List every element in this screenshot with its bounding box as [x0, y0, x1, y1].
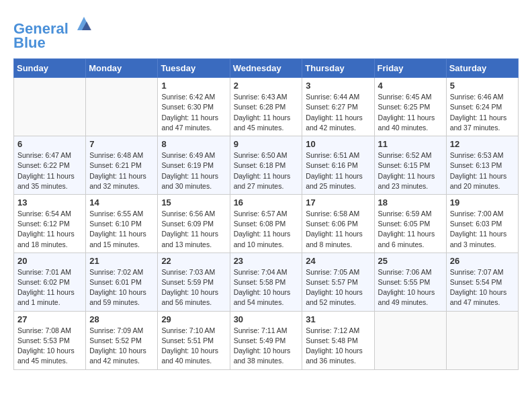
weekday-header: Friday	[374, 59, 446, 78]
weekday-header: Thursday	[302, 59, 374, 78]
calendar-header-row: SundayMondayTuesdayWednesdayThursdayFrid…	[14, 59, 519, 78]
day-number: 7	[89, 139, 154, 149]
day-info: Sunrise: 7:07 AM Sunset: 5:54 PM Dayligh…	[450, 267, 515, 308]
calendar-cell: 28Sunrise: 7:09 AM Sunset: 5:52 PM Dayli…	[86, 311, 158, 369]
day-number: 4	[378, 81, 443, 91]
logo: General Blue	[13, 13, 94, 52]
calendar-cell: 20Sunrise: 7:01 AM Sunset: 6:02 PM Dayli…	[14, 253, 86, 311]
calendar-cell: 26Sunrise: 7:07 AM Sunset: 5:54 PM Dayli…	[446, 253, 518, 311]
day-info: Sunrise: 7:10 AM Sunset: 5:51 PM Dayligh…	[161, 326, 226, 367]
day-info: Sunrise: 7:01 AM Sunset: 6:02 PM Dayligh…	[17, 267, 82, 308]
day-number: 5	[450, 81, 515, 91]
calendar-cell: 31Sunrise: 7:12 AM Sunset: 5:48 PM Dayli…	[302, 311, 374, 369]
day-number: 17	[306, 197, 370, 208]
day-info: Sunrise: 7:02 AM Sunset: 6:01 PM Dayligh…	[89, 267, 154, 308]
calendar-cell: 1Sunrise: 6:42 AM Sunset: 6:30 PM Daylig…	[158, 78, 230, 136]
calendar-cell: 17Sunrise: 6:58 AM Sunset: 6:06 PM Dayli…	[302, 194, 374, 253]
day-number: 24	[306, 256, 370, 266]
day-info: Sunrise: 7:11 AM Sunset: 5:49 PM Dayligh…	[234, 326, 299, 367]
calendar-cell: 8Sunrise: 6:49 AM Sunset: 6:19 PM Daylig…	[158, 136, 230, 195]
calendar-cell: 5Sunrise: 6:46 AM Sunset: 6:24 PM Daylig…	[446, 78, 518, 136]
weekday-header: Sunday	[14, 59, 86, 78]
day-info: Sunrise: 6:45 AM Sunset: 6:25 PM Dayligh…	[378, 92, 443, 133]
calendar-week-row: 27Sunrise: 7:08 AM Sunset: 5:53 PM Dayli…	[14, 311, 519, 369]
calendar-cell: 16Sunrise: 6:57 AM Sunset: 6:08 PM Dayli…	[230, 194, 302, 253]
day-info: Sunrise: 7:04 AM Sunset: 5:58 PM Dayligh…	[234, 267, 299, 308]
day-info: Sunrise: 6:46 AM Sunset: 6:24 PM Dayligh…	[450, 92, 515, 133]
calendar-cell: 19Sunrise: 7:00 AM Sunset: 6:03 PM Dayli…	[446, 194, 518, 253]
calendar-cell: 10Sunrise: 6:51 AM Sunset: 6:16 PM Dayli…	[302, 136, 374, 195]
day-number: 9	[234, 139, 299, 149]
day-number: 20	[17, 256, 82, 266]
day-number: 19	[450, 197, 515, 208]
logo-icon	[74, 13, 94, 34]
calendar-table: SundayMondayTuesdayWednesdayThursdayFrid…	[13, 58, 519, 369]
day-number: 31	[306, 314, 370, 324]
day-number: 23	[234, 256, 299, 266]
day-info: Sunrise: 6:47 AM Sunset: 6:22 PM Dayligh…	[17, 150, 82, 191]
calendar-week-row: 20Sunrise: 7:01 AM Sunset: 6:02 PM Dayli…	[14, 253, 519, 311]
calendar-cell: 13Sunrise: 6:54 AM Sunset: 6:12 PM Dayli…	[14, 194, 86, 253]
calendar-cell: 29Sunrise: 7:10 AM Sunset: 5:51 PM Dayli…	[158, 311, 230, 369]
calendar-cell: 4Sunrise: 6:45 AM Sunset: 6:25 PM Daylig…	[374, 78, 446, 136]
day-info: Sunrise: 7:03 AM Sunset: 5:59 PM Dayligh…	[161, 267, 226, 308]
day-number: 11	[378, 139, 443, 149]
calendar-cell: 2Sunrise: 6:43 AM Sunset: 6:28 PM Daylig…	[230, 78, 302, 136]
day-info: Sunrise: 7:00 AM Sunset: 6:03 PM Dayligh…	[450, 209, 515, 250]
calendar-cell: 7Sunrise: 6:48 AM Sunset: 6:21 PM Daylig…	[86, 136, 158, 195]
day-info: Sunrise: 7:08 AM Sunset: 5:53 PM Dayligh…	[17, 326, 82, 367]
day-info: Sunrise: 6:56 AM Sunset: 6:09 PM Dayligh…	[161, 209, 226, 250]
calendar-cell: 23Sunrise: 7:04 AM Sunset: 5:58 PM Dayli…	[230, 253, 302, 311]
day-info: Sunrise: 6:50 AM Sunset: 6:18 PM Dayligh…	[234, 150, 299, 191]
day-number: 29	[161, 314, 226, 324]
day-info: Sunrise: 6:44 AM Sunset: 6:27 PM Dayligh…	[306, 92, 370, 133]
day-info: Sunrise: 7:06 AM Sunset: 5:55 PM Dayligh…	[378, 267, 443, 308]
calendar-cell	[14, 78, 86, 136]
day-info: Sunrise: 7:12 AM Sunset: 5:48 PM Dayligh…	[306, 326, 370, 367]
day-number: 2	[234, 81, 299, 91]
day-number: 28	[89, 314, 154, 324]
calendar-cell: 22Sunrise: 7:03 AM Sunset: 5:59 PM Dayli…	[158, 253, 230, 311]
calendar-cell: 18Sunrise: 6:59 AM Sunset: 6:05 PM Dayli…	[374, 194, 446, 253]
day-info: Sunrise: 6:51 AM Sunset: 6:16 PM Dayligh…	[306, 150, 370, 191]
calendar-cell	[446, 311, 518, 369]
day-number: 14	[89, 197, 154, 208]
day-number: 22	[161, 256, 226, 266]
calendar-cell: 3Sunrise: 6:44 AM Sunset: 6:27 PM Daylig…	[302, 78, 374, 136]
day-number: 8	[161, 139, 226, 149]
header: General Blue	[13, 13, 519, 52]
day-number: 15	[161, 197, 226, 208]
day-number: 1	[161, 81, 226, 91]
calendar-cell: 9Sunrise: 6:50 AM Sunset: 6:18 PM Daylig…	[230, 136, 302, 195]
calendar-cell: 15Sunrise: 6:56 AM Sunset: 6:09 PM Dayli…	[158, 194, 230, 253]
day-info: Sunrise: 6:42 AM Sunset: 6:30 PM Dayligh…	[161, 92, 226, 133]
day-number: 16	[234, 197, 299, 208]
calendar-cell: 25Sunrise: 7:06 AM Sunset: 5:55 PM Dayli…	[374, 253, 446, 311]
day-info: Sunrise: 6:59 AM Sunset: 6:05 PM Dayligh…	[378, 209, 443, 250]
day-info: Sunrise: 6:54 AM Sunset: 6:12 PM Dayligh…	[17, 209, 82, 250]
weekday-header: Wednesday	[230, 59, 302, 78]
day-number: 25	[378, 256, 443, 266]
day-info: Sunrise: 6:53 AM Sunset: 6:13 PM Dayligh…	[450, 150, 515, 191]
day-number: 3	[306, 81, 370, 91]
day-info: Sunrise: 6:48 AM Sunset: 6:21 PM Dayligh…	[89, 150, 154, 191]
weekday-header: Tuesday	[158, 59, 230, 78]
day-number: 10	[306, 139, 370, 149]
calendar-cell	[86, 78, 158, 136]
day-info: Sunrise: 6:52 AM Sunset: 6:15 PM Dayligh…	[378, 150, 443, 191]
day-info: Sunrise: 6:55 AM Sunset: 6:10 PM Dayligh…	[89, 209, 154, 250]
calendar-cell	[374, 311, 446, 369]
calendar-cell: 12Sunrise: 6:53 AM Sunset: 6:13 PM Dayli…	[446, 136, 518, 195]
day-number: 21	[89, 256, 154, 266]
day-info: Sunrise: 7:09 AM Sunset: 5:52 PM Dayligh…	[89, 326, 154, 367]
calendar-week-row: 6Sunrise: 6:47 AM Sunset: 6:22 PM Daylig…	[14, 136, 519, 195]
logo-text: General	[13, 13, 94, 37]
day-info: Sunrise: 6:49 AM Sunset: 6:19 PM Dayligh…	[161, 150, 226, 191]
day-number: 13	[17, 197, 82, 208]
day-info: Sunrise: 6:57 AM Sunset: 6:08 PM Dayligh…	[234, 209, 299, 250]
calendar-cell: 6Sunrise: 6:47 AM Sunset: 6:22 PM Daylig…	[14, 136, 86, 195]
day-info: Sunrise: 6:43 AM Sunset: 6:28 PM Dayligh…	[234, 92, 299, 133]
day-number: 6	[17, 139, 82, 149]
weekday-header: Monday	[86, 59, 158, 78]
day-number: 12	[450, 139, 515, 149]
